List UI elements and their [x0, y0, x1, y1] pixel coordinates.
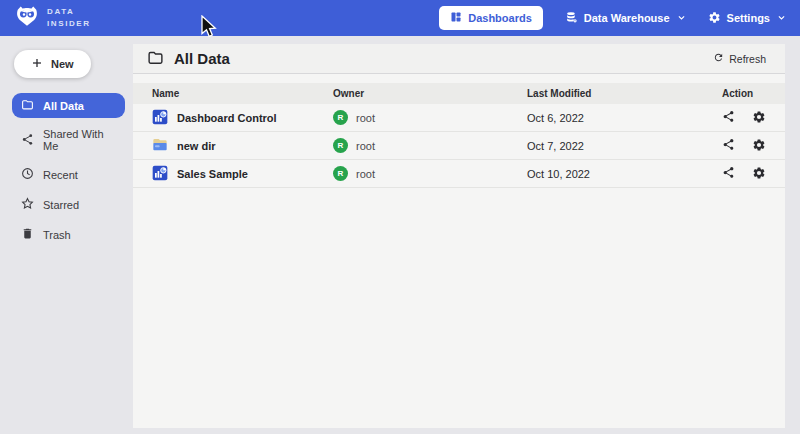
owner-cell: R root [333, 110, 527, 125]
folder-icon [21, 98, 34, 113]
owner-name: root [356, 140, 375, 152]
sidebar-item-all-data[interactable]: All Data [12, 93, 125, 118]
new-button-label: New [51, 58, 74, 70]
column-header-owner: Owner [333, 88, 527, 99]
owl-icon [14, 3, 40, 33]
trash-icon [21, 227, 34, 242]
refresh-label: Refresh [729, 53, 766, 65]
sidebar-item-label: Trash [43, 229, 71, 241]
topbar: DATA INSIDER Dashboards [0, 0, 800, 36]
name-cell: Dashboard Control [152, 109, 333, 127]
last-modified: Oct 10, 2022 [527, 168, 722, 180]
file-name: new dir [177, 140, 216, 152]
topbar-nav: Dashboards Data Warehouse [439, 6, 786, 30]
share-action-icon[interactable] [722, 166, 735, 181]
folder-file-icon [152, 137, 168, 155]
owner-avatar: R [333, 138, 348, 153]
table-row[interactable]: new dir R root Oct 7, 2022 [133, 132, 785, 160]
page-title: All Data [147, 49, 230, 69]
chevron-down-icon [777, 12, 786, 24]
owner-name: root [356, 168, 375, 180]
refresh-button[interactable]: Refresh [707, 51, 772, 66]
name-cell: new dir [152, 137, 333, 155]
column-header-name: Name [152, 88, 333, 99]
owner-cell: R root [333, 166, 527, 181]
sidebar-item-label: All Data [43, 100, 84, 112]
sidebar-item-label: Starred [43, 199, 79, 211]
table-row[interactable]: Dashboard Control R root Oct 6, 2022 [133, 104, 785, 132]
data-warehouse-label: Data Warehouse [584, 12, 670, 24]
settings-action-icon[interactable] [752, 138, 766, 154]
last-modified: Oct 6, 2022 [527, 112, 722, 124]
settings-action-icon[interactable] [752, 110, 766, 126]
clock-icon [21, 167, 34, 182]
dashboard-file-icon [152, 109, 168, 127]
table-row[interactable]: Sales Sample R root Oct 10, 2022 [133, 160, 785, 188]
share-action-icon[interactable] [722, 110, 735, 125]
sidebar: New All Data Shared With Me Recent Starr… [0, 36, 133, 434]
chevron-down-icon [677, 12, 686, 24]
dashboards-button[interactable]: Dashboards [439, 6, 543, 30]
sidebar-item-recent[interactable]: Recent [12, 162, 125, 187]
refresh-icon [713, 52, 724, 65]
logo-text: DATA INSIDER [47, 6, 91, 29]
settings-label: Settings [727, 12, 770, 24]
data-warehouse-menu[interactable]: Data Warehouse [565, 11, 686, 26]
sidebar-item-label: Shared With Me [43, 128, 116, 152]
file-name: Dashboard Control [177, 112, 277, 124]
table-header: Name Owner Last Modified Action [133, 83, 785, 104]
last-modified: Oct 7, 2022 [527, 140, 722, 152]
gear-icon [708, 11, 721, 26]
panel-header: All Data Refresh [133, 44, 785, 74]
column-header-last-modified: Last Modified [527, 88, 722, 99]
table-body: Dashboard Control R root Oct 6, 2022 [133, 104, 785, 188]
database-icon [565, 11, 578, 26]
dashboard-file-icon [152, 165, 168, 183]
main-panel: All Data Refresh Name Owner Last Modifie… [133, 44, 785, 428]
folder-icon [147, 49, 164, 69]
dashboards-label: Dashboards [468, 12, 532, 24]
file-name: Sales Sample [177, 168, 248, 180]
owner-avatar: R [333, 166, 348, 181]
name-cell: Sales Sample [152, 165, 333, 183]
share-action-icon[interactable] [722, 138, 735, 153]
owner-name: root [356, 112, 375, 124]
plus-icon [31, 57, 43, 71]
column-header-action: Action [722, 88, 785, 99]
settings-menu[interactable]: Settings [708, 11, 786, 26]
page-title-label: All Data [174, 50, 230, 67]
sidebar-item-starred[interactable]: Starred [12, 192, 125, 217]
settings-action-icon[interactable] [752, 166, 766, 182]
star-icon [21, 197, 34, 212]
action-cell [722, 166, 785, 182]
share-icon [21, 133, 34, 148]
action-cell [722, 138, 785, 154]
dashboard-icon [450, 11, 462, 25]
sidebar-item-label: Recent [43, 169, 78, 181]
owner-avatar: R [333, 110, 348, 125]
action-cell [722, 110, 785, 126]
sidebar-item-trash[interactable]: Trash [12, 222, 125, 247]
sidebar-item-shared-with-me[interactable]: Shared With Me [12, 123, 125, 157]
new-button[interactable]: New [14, 50, 91, 78]
app-logo: DATA INSIDER [14, 3, 91, 33]
owner-cell: R root [333, 138, 527, 153]
